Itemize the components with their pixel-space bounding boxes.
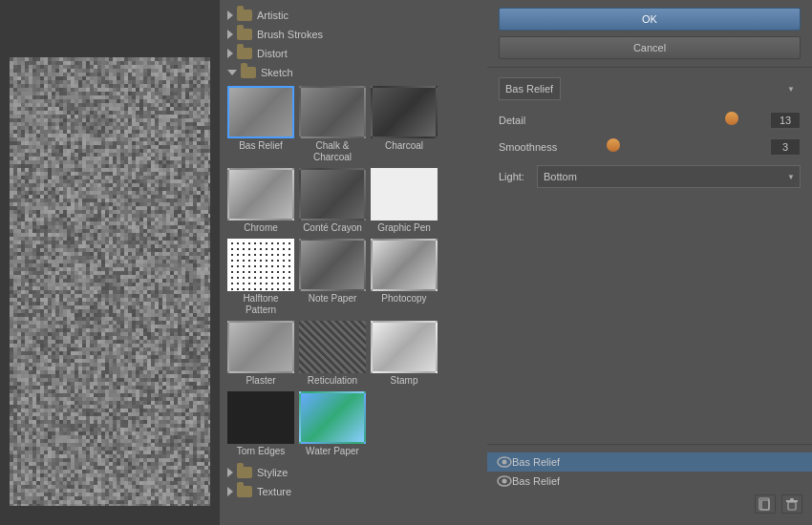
filter-item-reticulation[interactable]: Reticulation [299, 321, 366, 387]
category-label-brush-strokes: Brush Strokes [257, 29, 323, 40]
filter-panel: Artistic Brush Strokes Distort Sketch Ba… [220, 0, 487, 525]
preview-canvas [10, 57, 210, 506]
filter-thumb-stamp [371, 321, 438, 373]
filter-select-wrapper: Bas Relief [499, 77, 801, 100]
light-row: Light: Bottom Top Left Right Top Left To… [499, 165, 801, 188]
svg-point-3 [502, 479, 507, 484]
filter-label-halftone-pattern: Halftone Pattern [227, 293, 294, 316]
filter-label-note-paper: Note Paper [299, 293, 366, 304]
triangle-icon-texture [227, 487, 233, 496]
filter-item-note-paper[interactable]: Note Paper [299, 239, 366, 316]
smoothness-slider-container [583, 139, 762, 155]
layer-item-layer1[interactable]: Bas Relief [487, 452, 812, 472]
detail-slider[interactable] [583, 113, 762, 128]
svg-point-1 [502, 460, 507, 465]
filter-item-conte-crayon[interactable]: Conté Crayon [299, 168, 366, 234]
light-label: Light: [499, 171, 537, 182]
layer-item-layer2[interactable]: Bas Relief [487, 472, 812, 491]
delete-layer-button[interactable] [781, 494, 802, 514]
filter-item-photocopy[interactable]: Photocopy [371, 239, 438, 316]
category-header-texture[interactable]: Texture [220, 483, 487, 500]
filter-thumb-note-paper [299, 239, 366, 291]
filter-item-graphic-pen[interactable]: Graphic Pen [371, 168, 438, 234]
filter-item-halftone-pattern[interactable]: Halftone Pattern [227, 239, 294, 316]
filter-thumb-halftone-pattern [227, 239, 294, 291]
filter-label-reticulation: Reticulation [299, 375, 366, 387]
triangle-icon-sketch [227, 70, 237, 75]
category-sketch: Sketch Bas ReliefChalk & CharcoalCharcoa… [220, 64, 487, 462]
category-artistic: Artistic [220, 7, 487, 24]
filter-label-plaster: Plaster [227, 375, 294, 387]
category-header-brush-strokes[interactable]: Brush Strokes [220, 26, 487, 43]
filter-thumb-chalk-charcoal [299, 86, 366, 138]
category-distort: Distort [220, 45, 487, 62]
category-header-sketch[interactable]: Sketch [220, 64, 487, 81]
filter-item-stamp[interactable]: Stamp [371, 321, 438, 387]
triangle-icon-distort [227, 49, 233, 58]
svg-rect-5 [761, 500, 769, 510]
filter-item-chrome[interactable]: Chrome [227, 168, 294, 234]
detail-value[interactable] [770, 112, 801, 129]
detail-label: Detail [499, 115, 575, 126]
category-header-distort[interactable]: Distort [220, 45, 487, 62]
category-label-sketch: Sketch [261, 67, 293, 78]
filter-item-charcoal[interactable]: Charcoal [371, 86, 438, 163]
layer-controls [487, 491, 812, 517]
settings-area: Bas Relief Detail Smoothness Light: [487, 68, 812, 444]
category-brush-strokes: Brush Strokes [220, 26, 487, 43]
top-buttons: OK Cancel [487, 0, 812, 68]
folder-icon-brush-strokes [237, 29, 252, 40]
filter-label-water-paper: Water Paper [299, 446, 366, 457]
ok-button[interactable]: OK [499, 8, 801, 31]
new-layer-button[interactable] [755, 494, 776, 514]
category-header-stylize[interactable]: Stylize [220, 464, 487, 481]
category-stylize: Stylize [220, 464, 487, 481]
folder-icon-artistic [237, 10, 252, 21]
smoothness-slider[interactable] [583, 139, 762, 155]
layer-name-layer2: Bas Relief [512, 475, 560, 487]
filter-label-bas-relief: Bas Relief [227, 140, 294, 152]
filter-item-torn-edges[interactable]: Torn Edges [227, 391, 294, 457]
eye-icon [497, 475, 512, 487]
category-header-artistic[interactable]: Artistic [220, 7, 487, 24]
category-label-texture: Texture [257, 486, 291, 497]
preview-image [10, 57, 210, 506]
triangle-icon-brush-strokes [227, 30, 233, 39]
filter-thumb-conte-crayon [299, 168, 366, 220]
preview-area [0, 0, 220, 525]
filter-thumb-charcoal [371, 86, 438, 138]
light-select-wrapper: Bottom Top Left Right Top Left Top Right… [537, 165, 801, 188]
filter-label-torn-edges: Torn Edges [227, 446, 294, 457]
detail-param-row: Detail [499, 112, 801, 129]
triangle-icon-stylize [227, 468, 233, 477]
filter-thumb-graphic-pen [371, 168, 438, 220]
category-label-stylize: Stylize [257, 467, 288, 478]
folder-icon-sketch [241, 67, 256, 78]
svg-rect-7 [788, 502, 796, 510]
filter-select[interactable]: Bas Relief [499, 77, 561, 100]
filter-label-chalk-charcoal: Chalk & Charcoal [299, 140, 366, 163]
new-layer-icon [759, 497, 772, 511]
filter-item-chalk-charcoal[interactable]: Chalk & Charcoal [299, 86, 366, 163]
smoothness-label: Smoothness [499, 141, 575, 153]
filter-thumb-torn-edges [227, 391, 294, 444]
sketch-filter-grid: Bas ReliefChalk & CharcoalCharcoalChrome… [220, 81, 487, 462]
filter-label-charcoal: Charcoal [371, 140, 438, 152]
light-select[interactable]: Bottom Top Left Right Top Left Top Right… [537, 165, 801, 188]
filter-label-graphic-pen: Graphic Pen [371, 222, 438, 234]
filter-thumb-chrome [227, 168, 294, 220]
filter-item-bas-relief[interactable]: Bas Relief [227, 86, 294, 163]
cancel-button[interactable]: Cancel [499, 36, 801, 59]
smoothness-value[interactable] [770, 138, 801, 156]
svg-rect-8 [790, 498, 794, 500]
smoothness-param-row: Smoothness [499, 138, 801, 156]
layer-panel: Bas ReliefBas Relief [487, 444, 812, 525]
folder-icon-distort [237, 48, 252, 59]
category-texture: Texture [220, 483, 487, 500]
folder-icon-stylize [237, 467, 252, 478]
filter-item-plaster[interactable]: Plaster [227, 321, 294, 387]
controls-panel: OK Cancel Bas Relief Detail Smoothness [487, 0, 812, 525]
filter-thumb-photocopy [371, 239, 438, 291]
filter-item-water-paper[interactable]: Water Paper [299, 391, 366, 457]
eye-icon [497, 456, 512, 468]
